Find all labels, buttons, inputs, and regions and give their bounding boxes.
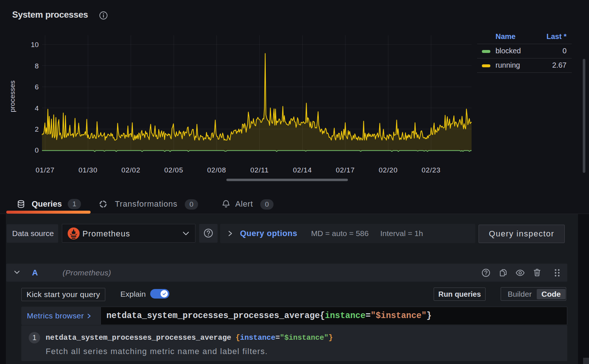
svg-text:02/05: 02/05 <box>164 166 183 174</box>
svg-text:10: 10 <box>31 41 39 49</box>
svg-text:0: 0 <box>35 146 39 154</box>
svg-text:02/17: 02/17 <box>336 166 355 174</box>
svg-text:02/14: 02/14 <box>293 166 312 174</box>
svg-text:2: 2 <box>35 125 39 133</box>
svg-text:02/11: 02/11 <box>250 166 269 174</box>
svg-text:02/02: 02/02 <box>121 166 141 174</box>
svg-text:4: 4 <box>35 104 39 112</box>
svg-text:processes: processes <box>8 81 16 113</box>
svg-text:02/08: 02/08 <box>207 166 226 174</box>
svg-text:02/20: 02/20 <box>379 166 398 174</box>
svg-text:02/23: 02/23 <box>422 166 441 174</box>
svg-text:6: 6 <box>35 83 39 91</box>
svg-text:8: 8 <box>35 62 39 70</box>
svg-text:01/30: 01/30 <box>78 166 98 174</box>
svg-text:01/27: 01/27 <box>36 166 55 174</box>
